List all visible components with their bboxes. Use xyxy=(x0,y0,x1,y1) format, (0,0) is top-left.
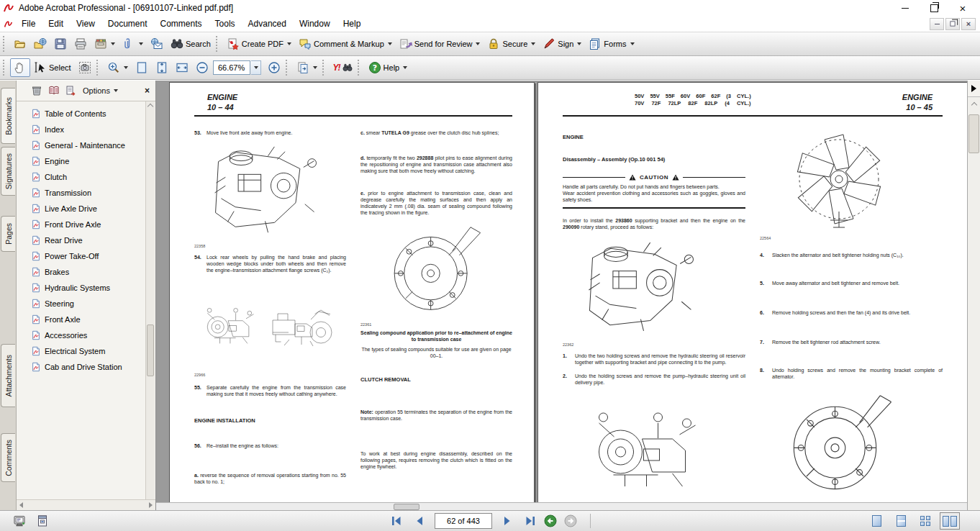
menu-comments[interactable]: Comments xyxy=(154,17,209,30)
mdi-close-button[interactable]: × xyxy=(961,18,976,30)
select-tool-button[interactable]: Select xyxy=(30,58,75,77)
bookmark-item[interactable]: Accessories xyxy=(31,327,145,343)
zoom-level-combobox[interactable]: 66.67% xyxy=(213,60,250,75)
next-view-button[interactable] xyxy=(564,514,577,527)
scroll-right-icon[interactable] xyxy=(149,502,153,508)
fit-page-button[interactable] xyxy=(132,58,152,77)
continuous-facing-button[interactable] xyxy=(915,512,935,530)
comment-markup-button[interactable]: Comment & Markup xyxy=(295,35,396,53)
zoom-in-button[interactable] xyxy=(264,58,284,77)
help-button[interactable]: Help xyxy=(365,58,412,77)
forms-button[interactable]: Forms xyxy=(585,35,638,53)
next-page-button[interactable] xyxy=(499,514,515,528)
scroll-left-icon[interactable] xyxy=(19,502,23,508)
expand-bookmark-icon[interactable] xyxy=(48,85,60,96)
toolbar-grip[interactable] xyxy=(322,60,327,76)
tab-pages[interactable]: Pages xyxy=(1,216,15,252)
collapse-pane-button[interactable] xyxy=(968,81,980,97)
bookmark-item[interactable]: Power Take-Off xyxy=(31,248,145,264)
bookmarks-vertical-scrollbar[interactable] xyxy=(145,101,155,499)
print-button[interactable] xyxy=(71,35,91,53)
tab-bookmarks[interactable]: Bookmarks xyxy=(1,88,15,144)
bookmark-item[interactable]: Rear Drive xyxy=(31,232,145,248)
menu-document[interactable]: Document xyxy=(101,17,154,30)
goto-bookmark-icon[interactable] xyxy=(65,85,77,96)
bookmark-item[interactable]: General - Maintenance xyxy=(31,137,145,153)
search-button[interactable]: Search xyxy=(167,35,214,53)
options-menu[interactable]: Options xyxy=(83,86,118,95)
bookmarks-horizontal-scrollbar[interactable] xyxy=(17,499,155,510)
hand-tool-button[interactable] xyxy=(10,58,30,77)
bookmark-item[interactable]: Electrical System xyxy=(31,343,145,359)
bookmark-item[interactable]: Engine xyxy=(31,153,145,169)
attach-button[interactable] xyxy=(119,35,147,53)
bookmark-item[interactable]: Clutch xyxy=(31,169,145,185)
toolbar-grip[interactable] xyxy=(96,60,101,76)
menu-help[interactable]: Help xyxy=(337,17,368,30)
bookmark-item[interactable]: Live Axle Drive xyxy=(31,201,145,217)
scroll-up-icon[interactable] xyxy=(148,104,153,109)
yahoo-search-button[interactable]: Y! xyxy=(330,60,356,76)
document-status-icon[interactable] xyxy=(36,514,49,527)
scrollbar-thumb[interactable] xyxy=(968,114,979,153)
previous-view-button[interactable] xyxy=(544,514,557,527)
zoom-in-tool-button[interactable] xyxy=(104,58,132,77)
single-page-button[interactable] xyxy=(866,512,886,530)
fit-width-button[interactable] xyxy=(172,58,192,77)
document-area[interactable]: ENGINE 10 – 44 53.Move live front axle a… xyxy=(156,81,967,510)
facing-pages-button[interactable] xyxy=(940,512,960,530)
secure-button[interactable]: Secure xyxy=(484,35,539,53)
organizer-button[interactable] xyxy=(91,35,119,53)
menu-file[interactable]: File xyxy=(15,17,42,30)
menu-window[interactable]: Window xyxy=(293,17,337,30)
scrollbar-thumb[interactable] xyxy=(394,504,419,510)
toolbar-grip[interactable] xyxy=(3,36,7,52)
scrollbar-thumb[interactable] xyxy=(147,324,154,376)
toolbar-grip[interactable] xyxy=(3,60,7,76)
create-pdf-button[interactable]: Create PDF xyxy=(223,35,295,53)
tab-comments[interactable]: Comments xyxy=(1,433,15,482)
tab-attachments[interactable]: Attachments xyxy=(1,344,15,407)
toolbar-grip[interactable] xyxy=(358,60,362,76)
restore-button[interactable] xyxy=(920,1,948,15)
mdi-restore-button[interactable] xyxy=(945,18,960,30)
document-horizontal-scrollbar[interactable] xyxy=(156,502,967,510)
sign-button[interactable]: Sign xyxy=(539,35,585,53)
menu-advanced[interactable]: Advanced xyxy=(242,17,293,30)
bookmark-item[interactable]: Front Drive Axle xyxy=(31,217,145,232)
toolbar-grip[interactable] xyxy=(286,60,290,76)
save-button[interactable] xyxy=(50,35,71,53)
toolbar-grip[interactable] xyxy=(216,36,220,52)
bookmark-item[interactable]: Steering xyxy=(31,296,145,312)
send-for-review-button[interactable]: Send for Review xyxy=(396,35,484,53)
bookmark-item[interactable]: Index xyxy=(31,122,145,137)
page-display-button[interactable] xyxy=(293,58,321,77)
last-page-button[interactable] xyxy=(522,514,538,528)
tab-signatures[interactable]: Signatures xyxy=(1,147,15,196)
mdi-minimize-button[interactable] xyxy=(930,18,944,30)
menu-tools[interactable]: Tools xyxy=(209,17,242,30)
fit-height-button[interactable] xyxy=(152,58,172,77)
menu-edit[interactable]: Edit xyxy=(42,17,70,30)
bookmark-item[interactable]: Brakes xyxy=(31,264,145,280)
document-vertical-scrollbar[interactable] xyxy=(967,81,980,510)
bookmark-item[interactable]: Table of Contents xyxy=(31,106,145,122)
minimize-button[interactable] xyxy=(891,1,920,15)
snapshot-tool-button[interactable] xyxy=(75,58,95,77)
close-button[interactable]: × xyxy=(948,1,977,15)
zoom-out-button[interactable] xyxy=(192,58,212,77)
scroll-up-icon[interactable] xyxy=(971,102,976,108)
previous-page-button[interactable] xyxy=(412,514,427,528)
open-web-page-button[interactable] xyxy=(30,35,50,53)
reading-mode-icon[interactable] xyxy=(13,514,26,527)
first-page-button[interactable] xyxy=(389,514,404,528)
bookmark-item[interactable]: Hydraulic Systems xyxy=(31,280,145,296)
menu-view[interactable]: View xyxy=(70,17,101,30)
continuous-button[interactable] xyxy=(891,512,911,530)
page-number-field[interactable] xyxy=(435,513,492,529)
open-button[interactable] xyxy=(10,35,30,53)
bookmark-item[interactable]: Front Axle xyxy=(31,312,145,327)
panel-close-icon[interactable]: × xyxy=(145,86,150,96)
delete-bookmark-icon[interactable] xyxy=(31,85,42,96)
email-button[interactable] xyxy=(147,35,167,53)
